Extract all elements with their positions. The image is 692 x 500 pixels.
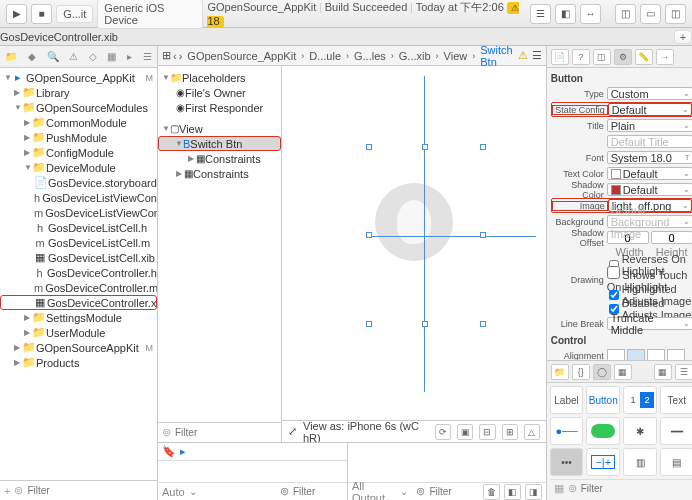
tree-item[interactable]: mGosDeviceListCell.m xyxy=(0,235,157,250)
shows-touch-checkbox[interactable] xyxy=(607,266,620,279)
trash-button[interactable]: 🗑 xyxy=(483,484,500,500)
lib-code-icon[interactable]: {} xyxy=(572,364,590,380)
identity-inspector-icon[interactable]: ◫ xyxy=(593,49,611,65)
tree-item[interactable]: ▶📁Library xyxy=(0,85,157,100)
library-switch-item[interactable] xyxy=(586,417,620,445)
tree-item[interactable]: ▦GosDeviceListCell.xib xyxy=(0,250,157,265)
highlighted-adjusts-checkbox[interactable] xyxy=(609,290,619,300)
back-button[interactable]: ‹ xyxy=(173,50,177,62)
view-as-label[interactable]: View as: iPhone 6s (wC hR) xyxy=(303,420,423,444)
library-segmented-item[interactable]: 12 xyxy=(623,386,657,414)
tree-item[interactable]: hGosDeviceController.h xyxy=(0,265,157,280)
files-owner[interactable]: ◉ File's Owner xyxy=(158,85,281,100)
bookmark-icon[interactable]: ▸ xyxy=(180,445,186,458)
lib-grid-icon[interactable]: ▦ xyxy=(554,482,564,495)
first-responder[interactable]: ◉ First Responder xyxy=(158,100,281,115)
lib-media-icon[interactable]: ▦ xyxy=(614,364,632,380)
tree-item[interactable]: ▼📁GOpenSourceModules xyxy=(0,100,157,115)
attributes-inspector-icon[interactable]: ⚙ xyxy=(614,49,632,65)
align-h-left[interactable] xyxy=(607,349,625,361)
jump-bar[interactable]: ⊞ ‹ › GOpenSource_AppKit› D...ule› G...l… xyxy=(158,46,546,66)
tree-item[interactable]: 📄GosDevice.storyboard xyxy=(0,175,157,190)
library-filter-input[interactable] xyxy=(581,483,692,494)
tree-item[interactable]: hGosDeviceListViewController.h xyxy=(0,190,157,205)
test-nav-icon[interactable]: ◇ xyxy=(89,51,97,62)
tree-item-selected[interactable]: ▦GosDeviceController.xib xyxy=(0,295,157,310)
output-scope-selector[interactable]: All Output xyxy=(352,480,396,501)
panel-right-button[interactable]: ◨ xyxy=(525,484,542,500)
tag-icon[interactable]: 🔖 xyxy=(162,445,176,458)
auto-scope-selector[interactable]: Auto xyxy=(162,486,185,498)
library-progress-item[interactable]: ━━ xyxy=(660,417,692,445)
tree-item[interactable]: ▶📁CommonModule xyxy=(0,115,157,130)
outline-toggle-icon[interactable]: ☰ xyxy=(532,49,542,62)
tree-item[interactable]: ▶📁SettingsModule xyxy=(0,310,157,325)
tree-item[interactable]: ▶📁UserModule xyxy=(0,325,157,340)
tree-item[interactable]: mGosDeviceController.mM xyxy=(0,280,157,295)
text-color-select[interactable]: Default⌄ xyxy=(607,167,692,180)
tree-item[interactable]: ▶📁GOpenSourceAppKitM xyxy=(0,340,157,355)
lib-list-view-icon[interactable]: ☰ xyxy=(675,364,692,380)
tree-item[interactable]: ▶📁ConfigModule xyxy=(0,145,157,160)
shadow-color-select[interactable]: Default⌄ xyxy=(607,183,692,196)
issue-nav-icon[interactable]: ⚠ xyxy=(69,51,78,62)
library-button-item[interactable]: Button xyxy=(586,386,620,414)
new-tab-button[interactable]: + xyxy=(674,30,692,44)
scheme-selector[interactable]: G...it xyxy=(56,5,93,23)
library-pageview-item[interactable]: ••• xyxy=(550,448,584,476)
lib-grid-view-icon[interactable]: ▦ xyxy=(654,364,672,380)
tree-item[interactable]: ▶📁Products xyxy=(0,355,157,370)
lib-file-icon[interactable]: 📁 xyxy=(551,364,569,380)
file-inspector-icon[interactable]: 📄 xyxy=(551,49,569,65)
tree-item[interactable]: mGosDeviceListViewController.m xyxy=(0,205,157,220)
align-h-center[interactable] xyxy=(627,349,645,361)
variables-filter-input[interactable] xyxy=(293,486,343,497)
editor-assistant-button[interactable]: ◧ xyxy=(555,4,576,24)
embed-button[interactable]: ▣ xyxy=(457,424,473,440)
search-nav-icon[interactable]: 🔍 xyxy=(47,51,59,62)
library-vstack-item[interactable]: ▤ xyxy=(660,448,692,476)
library-slider-item[interactable]: ●── xyxy=(550,417,584,445)
toggle-debug-button[interactable]: ▭ xyxy=(640,4,661,24)
destination-selector[interactable]: Generic iOS Device xyxy=(97,0,203,29)
debug-nav-icon[interactable]: ▦ xyxy=(107,51,116,62)
warning-icon[interactable]: ⚠ xyxy=(518,49,528,62)
navigator-filter-input[interactable] xyxy=(27,485,154,496)
add-button[interactable]: + xyxy=(4,485,10,497)
toggle-inspector-button[interactable]: ◫ xyxy=(665,4,686,24)
linebreak-select[interactable]: Truncate Middle⌄ xyxy=(607,317,692,330)
align-h-fill[interactable] xyxy=(667,349,685,361)
align-h-right[interactable] xyxy=(647,349,665,361)
constraints-item[interactable]: ▶▦ Constraints xyxy=(158,151,281,166)
editor-version-button[interactable]: ↔ xyxy=(580,4,601,24)
library-hstack-item[interactable]: ▥ xyxy=(623,448,657,476)
pin-button[interactable]: ⊞ xyxy=(502,424,518,440)
library-stepper-item[interactable]: −|+ xyxy=(586,448,620,476)
folder-nav-icon[interactable]: 📁 xyxy=(5,51,17,62)
background-select[interactable]: Default Background Image⌄ xyxy=(607,215,692,228)
related-items-icon[interactable]: ⊞ xyxy=(162,49,171,62)
state-config-select[interactable]: Default⌄ xyxy=(608,103,692,116)
tree-item[interactable]: hGosDeviceListCell.h xyxy=(0,220,157,235)
switch-btn-item[interactable]: ▼B Switch Btn xyxy=(158,136,281,151)
library-spinner-item[interactable]: ✱ xyxy=(623,417,657,445)
tree-item[interactable]: ▶📁PushModule xyxy=(0,130,157,145)
tree-item[interactable]: ▼📁DeviceModule xyxy=(0,160,157,175)
stop-button[interactable]: ■ xyxy=(31,4,52,24)
document-tab[interactable]: GosDeviceController.xib xyxy=(0,31,118,43)
navigator-selector[interactable]: 📁 ◆ 🔍 ⚠ ◇ ▦ ▸ ☰ xyxy=(0,46,157,68)
view-item[interactable]: ▼▢ View xyxy=(158,121,281,136)
connections-inspector-icon[interactable]: → xyxy=(656,49,674,65)
help-inspector-icon[interactable]: ? xyxy=(572,49,590,65)
breakpoint-nav-icon[interactable]: ▸ xyxy=(127,51,132,62)
title-input[interactable]: Default Title xyxy=(607,135,692,148)
report-nav-icon[interactable]: ☰ xyxy=(143,51,152,62)
font-select[interactable]: System 18.0T xyxy=(607,151,692,164)
update-frames-button[interactable]: ⟳ xyxy=(435,424,451,440)
constraints-item[interactable]: ▶▦ Constraints xyxy=(158,166,281,181)
type-select[interactable]: Custom⌄ xyxy=(607,87,692,100)
library-text-item[interactable]: Text xyxy=(660,386,692,414)
resolve-button[interactable]: △ xyxy=(524,424,540,440)
project-root[interactable]: ▼▸ GOpenSource_AppKitM xyxy=(0,70,157,85)
forward-button[interactable]: › xyxy=(179,50,183,62)
